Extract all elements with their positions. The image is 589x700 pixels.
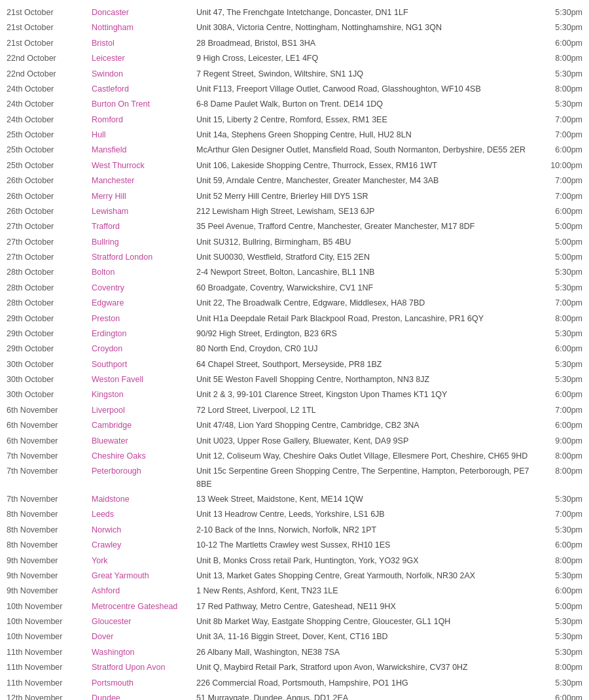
event-address: 212 Lewisham High Street, Lewisham, SE13… <box>196 205 537 218</box>
event-address: 72 Lord Street, Liverpool, L2 1TL <box>196 404 537 417</box>
event-location: York <box>92 555 196 567</box>
event-address: Unit 5E Weston Favell Shopping Centre, N… <box>196 374 537 386</box>
event-time: 6:00pm <box>537 692 582 700</box>
table-row: 28th OctoberBolton2-4 Newport Street, Bo… <box>7 265 582 280</box>
event-location: Lewisham <box>92 205 196 218</box>
event-location: Stratford Upon Avon <box>92 661 196 674</box>
event-address: 64 Chapel Street, Southport, Merseyside,… <box>196 359 537 371</box>
table-row: 8th NovemberLeedsUnit 13 Headrow Centre,… <box>7 507 582 522</box>
event-address: Unit B, Monks Cross retail Park, Hunting… <box>196 555 537 567</box>
event-time: 6:00pm <box>537 205 582 218</box>
event-time: 10:00pm <box>537 160 582 172</box>
event-time: 6:00pm <box>537 343 582 355</box>
event-time: 6:00pm <box>537 585 582 597</box>
event-date: 30th October <box>7 389 92 401</box>
event-address: Unit 59, Arndale Centre, Manchester, Gre… <box>196 175 537 187</box>
event-date: 30th October <box>7 359 92 371</box>
event-date: 8th November <box>7 508 92 521</box>
event-time: 7:00pm <box>537 508 582 521</box>
event-location: Preston <box>92 313 196 325</box>
event-address: 80 North End, Croydon, CR0 1UJ <box>196 343 537 355</box>
event-date: 11th November <box>7 646 92 659</box>
event-date: 24th October <box>7 114 92 126</box>
table-row: 25th OctoberWest ThurrockUnit 106, Lakes… <box>7 158 582 173</box>
event-date: 30th October <box>7 374 92 386</box>
event-date: 9th November <box>7 555 92 567</box>
table-row: 9th NovemberGreat YarmouthUnit 13, Marke… <box>7 569 582 584</box>
table-row: 22nd OctoberSwindon7 Regent Street, Swin… <box>7 67 582 82</box>
event-address: 26 Albany Mall, Washington, NE38 7SA <box>196 646 537 659</box>
event-location: Doncaster <box>92 7 196 19</box>
event-time: 5:30pm <box>537 359 582 371</box>
event-time: 5:30pm <box>537 646 582 659</box>
event-location: Gloucester <box>92 616 196 628</box>
table-row: 21st OctoberBristol28 Broadmead, Bristol… <box>7 36 582 51</box>
event-location: Liverpool <box>92 404 196 417</box>
event-time: 8:00pm <box>537 555 582 567</box>
table-row: 27th OctoberBullringUnit SU312, Bullring… <box>7 235 582 250</box>
table-row: 7th NovemberPeterboroughUnit 15c Serpent… <box>7 464 582 492</box>
event-location: Bristol <box>92 37 196 50</box>
table-row: 22nd OctoberLeicester9 High Cross, Leice… <box>7 51 582 66</box>
event-time: 5:30pm <box>537 374 582 386</box>
table-row: 30th OctoberWeston FavellUnit 5E Weston … <box>7 372 582 387</box>
event-date: 21st October <box>7 37 92 50</box>
event-date: 27th October <box>7 251 92 264</box>
event-date: 22nd October <box>7 52 92 65</box>
event-address: Unit 12, Coliseum Way, Cheshire Oaks Out… <box>196 450 537 463</box>
event-address: Unit 47/48, Lion Yard Shopping Centre, C… <box>196 419 537 432</box>
event-time: 5:30pm <box>537 7 582 19</box>
event-address: Unit 13 Headrow Centre, Leeds, Yorkshire… <box>196 508 537 521</box>
event-time: 5:30pm <box>537 68 582 80</box>
event-time: 7:00pm <box>537 114 582 126</box>
event-address: Unit 106, Lakeside Shopping Centre, Thur… <box>196 160 537 172</box>
event-date: 21st October <box>7 22 92 34</box>
table-row: 28th OctoberCoventry60 Broadgate, Covent… <box>7 281 582 296</box>
event-location: Manchester <box>92 175 196 187</box>
table-row: 11th NovemberWashington26 Albany Mall, W… <box>7 645 582 660</box>
event-time: 5:00pm <box>537 251 582 264</box>
event-date: 21st October <box>7 7 92 19</box>
event-time: 8:00pm <box>537 450 582 463</box>
event-time: 5:00pm <box>537 236 582 249</box>
event-time: 7:00pm <box>537 297 582 309</box>
event-location: Hull <box>92 129 196 141</box>
event-address: 28 Broadmead, Bristol, BS1 3HA <box>196 37 537 50</box>
event-date: 11th November <box>7 661 92 674</box>
event-date: 9th November <box>7 585 92 597</box>
table-row: 27th OctoberStratford LondonUnit SU0030,… <box>7 250 582 265</box>
event-address: Unit 52 Merry Hill Centre, Brierley Hill… <box>196 190 537 203</box>
event-date: 28th October <box>7 297 92 309</box>
event-address: 2-4 Newport Street, Bolton, Lancashire, … <box>196 266 537 279</box>
table-row: 6th NovemberBluewaterUnit U023, Upper Ro… <box>7 434 582 449</box>
event-date: 12th November <box>7 692 92 700</box>
table-row: 7th NovemberMaidstone13 Week Street, Mai… <box>7 492 582 507</box>
event-address: McArthur Glen Designer Outlet, Mansfield… <box>196 144 537 156</box>
event-date: 7th November <box>7 465 92 491</box>
event-time: 5:30pm <box>537 524 582 536</box>
event-location: Ashford <box>92 585 196 597</box>
event-location: Cheshire Oaks <box>92 450 196 463</box>
event-date: 27th October <box>7 220 92 233</box>
event-time: 7:00pm <box>537 404 582 417</box>
table-row: 21st OctoberDoncasterUnit 47, The French… <box>7 5 582 20</box>
event-time: 5:00pm <box>537 220 582 233</box>
event-date: 26th October <box>7 175 92 187</box>
event-location: Bullring <box>92 236 196 249</box>
table-row: 26th OctoberLewisham212 Lewisham High St… <box>7 204 582 219</box>
event-time: 8:00pm <box>537 661 582 674</box>
event-address: 7 Regent Street, Swindon, Wiltshire, SN1… <box>196 68 537 80</box>
event-address: Unit 15, Liberty 2 Centre, Romford, Esse… <box>196 114 537 126</box>
event-address: 9 High Cross, Leicester, LE1 4FQ <box>196 52 537 65</box>
event-time: 5:30pm <box>537 570 582 582</box>
event-time: 5:30pm <box>537 631 582 643</box>
event-date: 24th October <box>7 83 92 96</box>
event-location: Leicester <box>92 52 196 65</box>
event-address: Unit 8b Market Way, Eastgate Shopping Ce… <box>196 616 537 628</box>
event-location: Croydon <box>92 343 196 355</box>
table-row: 30th OctoberSouthport64 Chapel Street, S… <box>7 357 582 372</box>
event-address: 90/92 High Street, Erdington, B23 6RS <box>196 328 537 340</box>
event-location: Great Yarmouth <box>92 570 196 582</box>
table-row: 27th OctoberTrafford35 Peel Avenue, Traf… <box>7 219 582 234</box>
event-date: 7th November <box>7 493 92 506</box>
